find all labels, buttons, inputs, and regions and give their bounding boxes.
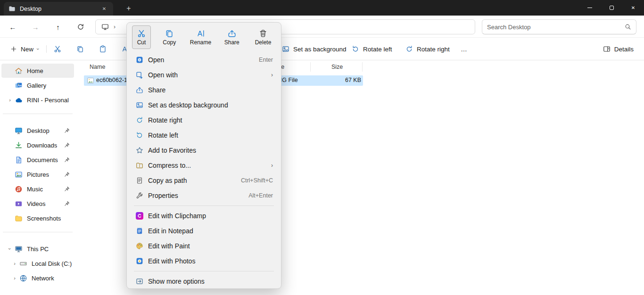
menu-item-properties[interactable]: Properties Alt+Enter [129, 188, 279, 203]
menu-item-copy-as-path[interactable]: Copy as path Ctrl+Shift+C [129, 173, 279, 188]
this-pc-icon [15, 245, 23, 253]
desktop-monitor-icon [101, 23, 109, 31]
sidebar-divider [3, 232, 73, 232]
details-button[interactable]: Details [598, 41, 638, 57]
new-tab-button[interactable]: + [123, 2, 135, 15]
rename-icon [197, 29, 205, 38]
folder-icon [15, 214, 23, 222]
cut-button[interactable] [49, 41, 66, 57]
menu-item-show-more-options[interactable]: Show more options [129, 274, 279, 289]
menu-item-set-as-desktop-background[interactable]: Set as desktop background [129, 98, 279, 113]
sidebar-item-documents[interactable]: Documents [1, 153, 74, 167]
sidebar-item-label: Screenshots [27, 215, 61, 222]
breadcrumb-chevron-icon[interactable]: › [114, 24, 116, 30]
maximize-button[interactable] [601, 0, 622, 16]
column-header-name[interactable]: Name [90, 64, 105, 70]
quick-action-copy[interactable]: Copy [157, 25, 182, 49]
menu-item-edit-in-notepad[interactable]: Edit in Notepad [129, 223, 279, 238]
quick-action-delete[interactable]: Delete [250, 25, 276, 49]
gallery-icon [15, 82, 23, 90]
close-button[interactable]: ✕ [622, 0, 644, 16]
forward-button[interactable]: → [28, 20, 42, 34]
rotate-right-label: Rotate right [417, 46, 450, 53]
sidebar-item-label: Desktop [27, 127, 50, 134]
context-menu: Cut Copy Rename Share [126, 22, 281, 289]
minimize-button[interactable] [579, 0, 601, 16]
sidebar-item-pictures[interactable]: Pictures [1, 167, 74, 181]
picture-icon [282, 45, 289, 53]
sidebar-item-downloads[interactable]: Downloads [1, 138, 74, 152]
sidebar-item-this-pc[interactable]: › This PC [1, 242, 74, 256]
sidebar-item-label: RINI - Personal [27, 97, 69, 104]
menu-item-add-to-favorites[interactable]: Add to Favorites [129, 143, 279, 158]
quick-action-rename[interactable]: Rename [188, 25, 214, 49]
chevron-right-icon: › [9, 97, 11, 103]
sidebar-item-label: Gallery [27, 82, 46, 89]
notepad-icon [136, 227, 143, 235]
pin-icon [64, 128, 70, 133]
column-separator[interactable] [310, 62, 311, 72]
file-size: 67 KB [345, 77, 361, 83]
menu-item-compress-to[interactable]: Compress to... › [129, 158, 279, 173]
quick-action-cut[interactable]: Cut [132, 25, 151, 49]
wrench-icon [136, 192, 143, 199]
refresh-button[interactable] [74, 20, 88, 34]
window-controls: ✕ [579, 0, 644, 16]
rotate-right-button[interactable]: Rotate right [401, 41, 454, 57]
sidebar-item-home[interactable]: Home [1, 64, 74, 78]
up-button[interactable]: ↑ [51, 20, 65, 34]
menu-item-open-with[interactable]: Open with › [129, 67, 279, 82]
sidebar-item-local-disk-c[interactable]: › Local Disk (C:) [6, 256, 74, 270]
rotate-left-button[interactable]: Rotate left [347, 41, 397, 57]
sidebar-item-music[interactable]: Music [1, 182, 74, 196]
column-header-size[interactable]: Size [331, 64, 343, 70]
set-as-background-button[interactable]: Set as background [277, 41, 351, 57]
menu-item-edit-with-paint[interactable]: Edit with Paint [129, 238, 279, 254]
scissors-icon [54, 45, 61, 53]
downloads-icon [15, 141, 23, 149]
menu-item-share[interactable]: Share [129, 82, 279, 98]
navigation-bar: ← → ↑ › [0, 16, 644, 38]
search-input[interactable] [487, 24, 625, 31]
clipchamp-icon [136, 212, 143, 220]
quick-action-share[interactable]: Share [219, 25, 245, 49]
new-button[interactable]: New › [6, 41, 44, 57]
menu-item-rotate-right[interactable]: Rotate right [129, 113, 279, 128]
menu-item-rotate-left[interactable]: Rotate left [129, 128, 279, 143]
copy-button[interactable] [72, 41, 89, 57]
tab-close-icon[interactable]: ✕ [100, 5, 108, 13]
pin-icon [64, 157, 70, 163]
share-icon [136, 86, 143, 94]
sidebar-item-videos[interactable]: Videos [1, 197, 74, 211]
column-separator[interactable] [362, 62, 363, 72]
sidebar-item-label: Music [27, 186, 43, 193]
menu-item-edit-with-clipchamp[interactable]: Edit with Clipchamp [129, 208, 279, 223]
quick-action-label: Rename [190, 39, 211, 46]
more-options-button[interactable]: … [455, 41, 472, 57]
back-button[interactable]: ← [6, 20, 20, 34]
quick-action-label: Share [224, 39, 239, 46]
search-box[interactable] [482, 19, 636, 34]
sidebar-item-desktop[interactable]: Desktop [1, 123, 74, 138]
sidebar-item-network[interactable]: › Network [6, 271, 74, 285]
titlebar: Desktop ✕ + ✕ [0, 0, 644, 16]
home-icon [15, 67, 23, 75]
explorer-tab-desktop[interactable]: Desktop ✕ [4, 2, 113, 16]
quick-action-label: Cut [137, 39, 146, 46]
menu-divider [134, 205, 274, 206]
toolbar-divider [46, 45, 47, 53]
menu-shortcut: Alt+Enter [248, 192, 273, 199]
menu-divider [134, 271, 274, 271]
sidebar-item-screenshots[interactable]: Screenshots [1, 211, 74, 225]
paste-button[interactable] [94, 41, 111, 57]
star-icon [136, 147, 143, 154]
menu-item-open[interactable]: Open Enter [129, 52, 279, 67]
sidebar-item-onedrive[interactable]: › RINI - Personal [1, 93, 74, 107]
menu-item-edit-with-photos[interactable]: Edit with Photos [129, 254, 279, 269]
sidebar-item-gallery[interactable]: Gallery [1, 78, 74, 92]
scissors-icon [137, 29, 146, 38]
trash-icon [259, 29, 267, 38]
show-more-options-icon [136, 278, 143, 285]
menu-shortcut: Ctrl+Shift+C [241, 177, 273, 184]
desktop-icon [15, 127, 23, 135]
